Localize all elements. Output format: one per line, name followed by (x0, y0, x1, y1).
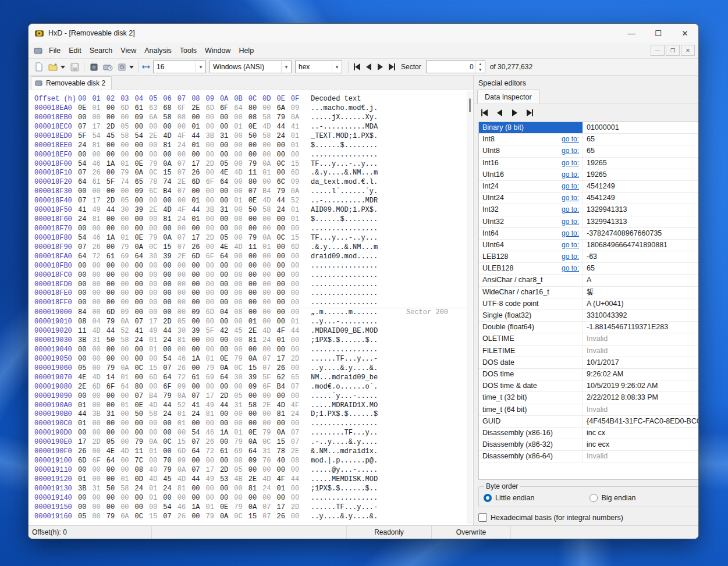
hex-byte[interactable]: 05 (120, 197, 134, 206)
hex-row-text[interactable]: &.NM...mdraid1x. (311, 447, 384, 457)
hex-byte[interactable]: 24 (78, 141, 92, 151)
hex-byte[interactable]: 00 (234, 289, 248, 298)
hex-byte[interactable]: 79 (163, 466, 177, 475)
hex-byte[interactable]: 4D (177, 475, 191, 485)
hex-byte[interactable]: 00 (234, 151, 248, 160)
hex-byte[interactable]: 3B (78, 485, 92, 494)
hex-byte[interactable]: 07 (78, 123, 92, 132)
hex-byte[interactable]: 00 (248, 466, 262, 475)
hex-byte[interactable]: 00 (92, 447, 106, 457)
hex-byte[interactable]: 05 (234, 466, 248, 475)
hex-byte[interactable]: 4B (234, 475, 248, 485)
inspector-row-value[interactable]: 10/1/2017 (583, 357, 699, 368)
hex-byte[interactable]: 00 (120, 457, 134, 466)
inspector-row[interactable]: Int24go to:4541249 (479, 181, 699, 193)
hex-byte[interactable]: 00 (291, 262, 305, 271)
hex-byte[interactable]: 00 (120, 503, 134, 512)
hex-byte[interactable]: 40 (149, 466, 163, 475)
hex-byte[interactable]: 00 (206, 318, 220, 327)
spin-up-icon[interactable]: ▲ (476, 61, 485, 67)
hex-byte[interactable]: B4 (276, 383, 290, 392)
hex-byte[interactable]: 00 (135, 308, 149, 318)
hex-byte[interactable]: 00 (276, 262, 290, 271)
hex-byte[interactable]: 15 (291, 234, 305, 243)
hex-byte[interactable]: 01 (120, 160, 134, 169)
hex-byte[interactable]: 4F (276, 475, 290, 485)
hex-byte[interactable]: 52 (177, 401, 191, 411)
hex-byte[interactable]: 00 (291, 308, 305, 318)
hex-byte[interactable]: 61 (92, 178, 106, 187)
hex-byte[interactable]: 00 (291, 494, 305, 503)
hex-byte[interactable]: 79 (120, 243, 134, 252)
hex-byte[interactable]: 26 (78, 447, 92, 457)
hex-byte[interactable]: 01 (120, 475, 134, 485)
hex-byte[interactable]: 00 (262, 141, 276, 151)
hex-byte[interactable]: 2D (106, 123, 120, 132)
hex-byte[interactable]: 00 (92, 187, 106, 197)
hex-byte[interactable]: 00 (106, 104, 120, 113)
hex-byte[interactable]: 00 (234, 234, 248, 243)
hex-row[interactable]: 000018F3000000000096CB4070000000007B4790… (34, 187, 473, 197)
hex-row-bytes[interactable]: 41494430392E4D4F443B310050582401 (78, 206, 305, 215)
hex-byte[interactable]: 00 (135, 289, 149, 298)
hex-byte[interactable]: 00 (206, 298, 220, 308)
inspector-row-value[interactable]: 1329941313 (583, 204, 699, 215)
hex-byte[interactable]: 00 (78, 346, 92, 355)
goto-link[interactable]: go to: (562, 181, 579, 192)
hex-row-text[interactable]: ..-..........MDA (311, 123, 384, 132)
hex-byte[interactable]: 07 (135, 318, 149, 327)
hex-byte[interactable]: 00 (163, 197, 177, 206)
hex-row-bytes[interactable]: 010000010D4D454D4449534B2E4D4F44 (78, 475, 305, 485)
inspector-row-value[interactable]: -1.88145467119371E283 (583, 322, 699, 333)
hex-byte[interactable]: 00 (177, 271, 191, 280)
hex-row[interactable]: 0000190600500790A0C15072600790A0C1507260… (34, 364, 473, 373)
goto-link[interactable]: go to: (562, 158, 579, 169)
hex-byte[interactable]: 00 (106, 169, 120, 178)
hex-row[interactable]: 000018EB000000000096A5808000000000858790… (34, 113, 473, 123)
hex-byte[interactable]: 79 (276, 113, 290, 123)
hex-byte[interactable]: 0A (177, 392, 191, 401)
hex-byte[interactable]: 79 (120, 169, 134, 178)
hex-byte[interactable]: 79 (234, 503, 248, 512)
hex-byte[interactable]: 00 (291, 151, 305, 160)
hex-byte[interactable]: 4F (177, 132, 191, 141)
hex-byte[interactable]: 2E (291, 447, 305, 457)
hex-byte[interactable]: 00 (78, 151, 92, 160)
hex-byte[interactable]: 00 (106, 419, 120, 429)
hex-byte[interactable]: 00 (120, 355, 134, 364)
open-ram-button[interactable] (101, 60, 115, 73)
inspector-row[interactable]: Disassembly (x86-64)Invalid (479, 451, 699, 462)
hex-row-bytes[interactable]: 647261696430392E6D6F640000000000 (78, 252, 305, 262)
hex-byte[interactable]: 00 (191, 457, 205, 466)
hex-byte[interactable]: 00 (206, 494, 220, 503)
hex-byte[interactable]: 01 (120, 401, 134, 411)
hex-byte[interactable]: 08 (291, 457, 305, 466)
hex-byte[interactable]: 01 (149, 336, 163, 346)
hex-byte[interactable]: 00 (234, 280, 248, 290)
hex-row[interactable]: 0000190D0000000000000000054461A010E790A0… (34, 429, 473, 438)
hex-byte[interactable]: 00 (149, 271, 163, 280)
hex-byte[interactable]: 81 (163, 215, 177, 225)
hex-byte[interactable]: 00 (120, 466, 134, 475)
hex-byte[interactable]: 54 (92, 132, 106, 141)
new-file-button[interactable] (32, 60, 46, 73)
hex-byte[interactable]: 52 (291, 197, 305, 206)
hex-byte[interactable]: 00 (248, 346, 262, 355)
hex-byte[interactable]: 00 (234, 336, 248, 346)
hex-byte[interactable]: 58 (120, 132, 134, 141)
hex-byte[interactable]: 79 (106, 318, 120, 327)
hex-byte[interactable]: 00 (262, 298, 276, 308)
hex-byte[interactable]: 78 (149, 178, 163, 187)
hex-byte[interactable]: 00 (78, 280, 92, 290)
hex-byte[interactable]: 17 (78, 438, 92, 447)
inspector-row[interactable]: UInt16go to:19265 (479, 169, 699, 181)
hex-byte[interactable]: 00 (78, 494, 92, 503)
hex-byte[interactable]: 08 (135, 466, 149, 475)
hex-byte[interactable]: 01 (191, 141, 205, 151)
hex-byte[interactable]: 64 (78, 178, 92, 187)
hex-byte[interactable]: 61 (106, 252, 120, 262)
inspector-row-value[interactable]: 4541249 (583, 181, 699, 192)
hex-byte[interactable]: 00 (149, 503, 163, 512)
hex-byte[interactable]: 00 (177, 262, 191, 271)
hex-byte[interactable]: 58 (149, 410, 163, 419)
